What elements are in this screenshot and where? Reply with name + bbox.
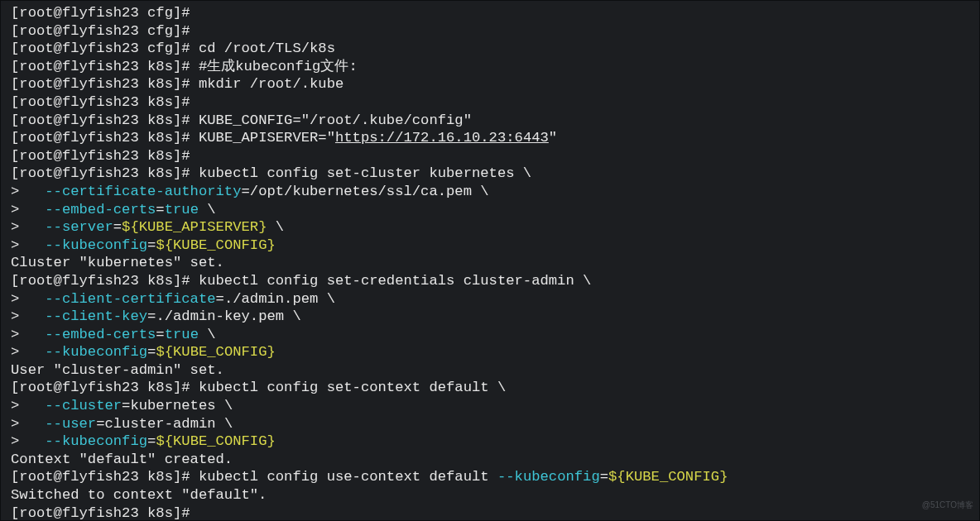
continuation-prompt: > xyxy=(11,398,45,413)
cli-flag-value: ${KUBE_CONFIG} xyxy=(156,433,275,449)
terminal-line: [root@flyfish23 k8s]# kubectl config set… xyxy=(11,380,506,395)
shell-prompt: [root@flyfish23 cfg]# xyxy=(11,41,190,56)
terminal-continuation: > --embed-certs=true \ xyxy=(11,202,216,217)
shell-prompt: [root@flyfish23 k8s]# xyxy=(11,112,190,128)
cli-flag: --embed-certs xyxy=(45,327,156,342)
shell-prompt: [root@flyfish23 k8s]# xyxy=(11,273,190,289)
cli-flag-value: /opt/kubernetes/ssl/ca.pem \ xyxy=(250,184,489,199)
terminal-continuation: > --kubeconfig=${KUBE_CONFIG} xyxy=(11,344,276,360)
shell-command: kubectl config set-credentials cluster-a… xyxy=(190,273,592,289)
shell-prompt: [root@flyfish23 k8s]# xyxy=(11,469,190,485)
cli-flag-value: cluster-admin \ xyxy=(104,416,233,432)
cli-flag-value: ${KUBE_CONFIG} xyxy=(156,237,275,253)
cli-flag: --client-key xyxy=(45,308,147,324)
terminal-line: [root@flyfish23 k8s]# #生成kubeconfig文件: xyxy=(11,59,358,74)
continuation-prompt: > xyxy=(11,291,45,307)
shell-command: mkdir /root/.kube xyxy=(190,76,344,92)
continuation-prompt: > xyxy=(11,344,45,360)
terminal-line: [root@flyfish23 k8s]# xyxy=(11,94,190,110)
cli-flag-value: true xyxy=(165,327,199,342)
shell-prompt: [root@flyfish23 k8s]# xyxy=(11,505,190,521)
terminal-continuation: > --client-key=./admin-key.pem \ xyxy=(11,308,301,324)
terminal-continuation: > --embed-certs=true \ xyxy=(11,327,216,342)
cli-flag: --kubeconfig xyxy=(45,237,147,253)
continuation-prompt: > xyxy=(11,327,45,342)
cli-flag: --user xyxy=(45,416,96,432)
continuation-prompt: > xyxy=(11,433,45,449)
cli-flag: --embed-certs xyxy=(45,202,156,217)
shell-prompt: [root@flyfish23 k8s]# xyxy=(11,59,190,74)
continuation-prompt: > xyxy=(11,416,45,432)
shell-prompt: [root@flyfish23 cfg]# xyxy=(11,5,190,21)
shell-prompt: [root@flyfish23 k8s]# xyxy=(11,165,190,181)
cli-flag: --kubeconfig xyxy=(45,433,147,449)
terminal-line: [root@flyfish23 cfg]# cd /root/TLS/k8s xyxy=(11,41,335,56)
continuation-prompt: > xyxy=(11,202,45,217)
cli-flag: --kubeconfig xyxy=(497,469,600,485)
terminal-continuation: > --client-certificate=./admin.pem \ xyxy=(11,291,335,307)
shell-prompt: [root@flyfish23 k8s]# xyxy=(11,380,190,395)
terminal-continuation: > --certificate-authority=/opt/kubernete… xyxy=(11,184,489,199)
var-assign: KUBE_CONFIG= xyxy=(199,112,301,128)
shell-command: cd /root/TLS/k8s xyxy=(190,41,335,56)
command-output: Switched to context "default". xyxy=(11,487,267,503)
command-output: Cluster "kubernetes" set. xyxy=(11,255,224,270)
terminal-line: [root@flyfish23 k8s]# xyxy=(11,505,190,521)
terminal-continuation: > --server=${KUBE_APISERVER} \ xyxy=(11,219,284,235)
terminal-line: [root@flyfish23 k8s]# kubectl config use… xyxy=(11,469,728,485)
cli-flag-value: ./admin.pem \ xyxy=(224,291,335,307)
url-literal: https://172.16.10.23:6443 xyxy=(335,130,549,146)
terminal-line: [root@flyfish23 k8s]# mkdir /root/.kube xyxy=(11,76,343,92)
terminal-line: [root@flyfish23 k8s]# KUBE_APISERVER="ht… xyxy=(11,130,557,146)
shell-prompt: [root@flyfish23 k8s]# xyxy=(11,94,190,110)
string-literal: "/root/.kube/config" xyxy=(301,112,472,128)
cli-flag-value: ${KUBE_APISERVER} xyxy=(122,219,267,235)
terminal-line: [root@flyfish23 cfg]# xyxy=(11,23,190,39)
continuation-prompt: > xyxy=(11,308,45,324)
cli-flag: --cluster xyxy=(45,398,122,413)
terminal-line: [root@flyfish23 k8s]# kubectl config set… xyxy=(11,165,531,181)
cli-flag-value: kubernetes \ xyxy=(130,398,233,413)
terminal-continuation: > --kubeconfig=${KUBE_CONFIG} xyxy=(11,237,276,253)
shell-prompt: [root@flyfish23 k8s]# xyxy=(11,130,190,146)
cli-flag: --kubeconfig xyxy=(45,344,147,360)
continuation-prompt: > xyxy=(11,237,45,253)
shell-command: kubectl config use-context default xyxy=(199,469,497,485)
cli-flag-value: true xyxy=(165,202,199,217)
cli-flag-value: ${KUBE_CONFIG} xyxy=(156,344,275,360)
cli-flag-value: ./admin-key.pem \ xyxy=(156,308,300,324)
shell-prompt: [root@flyfish23 cfg]# xyxy=(11,23,190,39)
shell-command: kubectl config set-cluster kubernetes \ xyxy=(190,165,532,181)
terminal-continuation: > --kubeconfig=${KUBE_CONFIG} xyxy=(11,433,276,449)
terminal-output[interactable]: [root@flyfish23 cfg]# [root@flyfish23 cf… xyxy=(0,0,980,521)
terminal-line: [root@flyfish23 k8s]# kubectl config set… xyxy=(11,273,591,289)
cli-flag-value: ${KUBE_CONFIG} xyxy=(608,469,728,485)
shell-prompt: [root@flyfish23 k8s]# xyxy=(11,148,190,164)
shell-command: kubectl config set-context default \ xyxy=(190,380,507,395)
terminal-line: [root@flyfish23 k8s]# KUBE_CONFIG="/root… xyxy=(11,112,472,128)
shell-command: #生成kubeconfig文件: xyxy=(190,59,358,74)
terminal-continuation: > --user=cluster-admin \ xyxy=(11,416,233,432)
cli-flag: --certificate-authority xyxy=(45,184,241,199)
command-output: Context "default" created. xyxy=(11,452,233,467)
terminal-line: [root@flyfish23 cfg]# xyxy=(11,5,190,21)
command-output: User "cluster-admin" set. xyxy=(11,362,224,378)
terminal-line: [root@flyfish23 k8s]# xyxy=(11,148,190,164)
watermark-text: @51CTO博客 xyxy=(922,499,973,511)
shell-prompt: [root@flyfish23 k8s]# xyxy=(11,76,190,92)
cli-flag: --client-certificate xyxy=(45,291,215,307)
continuation-prompt: > xyxy=(11,184,45,199)
cli-flag: --server xyxy=(45,219,113,235)
terminal-continuation: > --cluster=kubernetes \ xyxy=(11,398,233,413)
var-assign: KUBE_APISERVER=" xyxy=(199,130,335,146)
continuation-prompt: > xyxy=(11,219,45,235)
